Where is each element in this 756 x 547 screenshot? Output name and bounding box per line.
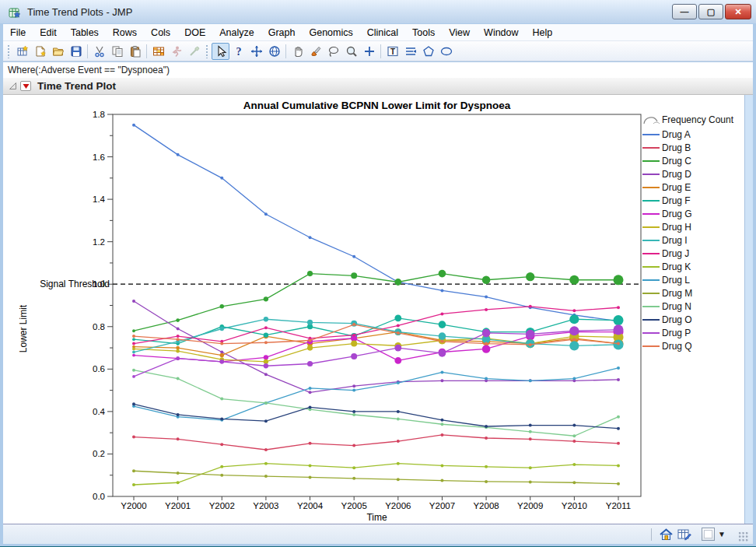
menu-edit[interactable]: Edit — [33, 25, 64, 40]
open-icon[interactable] — [49, 43, 67, 60]
close-button[interactable]: ✕ — [725, 4, 751, 19]
new-journal-icon[interactable] — [31, 43, 49, 60]
series-drug-m[interactable] — [132, 469, 620, 485]
paste-icon[interactable] — [126, 43, 144, 60]
color-swatch-button[interactable] — [702, 528, 715, 541]
legend-item-drug-k[interactable]: Drug K — [642, 260, 742, 273]
legend-item-drug-d[interactable]: Drug D — [642, 167, 742, 181]
menu-genomics[interactable]: Genomics — [302, 25, 359, 40]
menu-tools[interactable]: Tools — [405, 25, 442, 40]
copy-icon[interactable] — [108, 43, 126, 60]
legend-item-drug-f[interactable]: Drug F — [642, 194, 742, 207]
series-drug-a[interactable] — [132, 124, 620, 323]
save-icon[interactable] — [67, 43, 85, 60]
menu-doe[interactable]: DOE — [177, 25, 212, 40]
menu-tables[interactable]: Tables — [64, 25, 106, 40]
series-drug-n[interactable] — [132, 369, 620, 438]
toolbar-separator — [380, 44, 381, 58]
crosshair-icon[interactable] — [360, 43, 378, 60]
legend-label: Drug B — [662, 142, 691, 153]
menu-graph[interactable]: Graph — [261, 25, 303, 40]
series-drug-l[interactable] — [132, 366, 620, 422]
legend-swatch — [642, 174, 660, 175]
legend-item-drug-m[interactable]: Drug M — [642, 286, 742, 300]
minimize-button[interactable]: — — [672, 4, 697, 19]
arrow-icon[interactable] — [212, 43, 229, 60]
brush-icon[interactable] — [306, 43, 324, 60]
annotate-lines-icon[interactable] — [401, 43, 419, 60]
time-trend-chart[interactable]: Annual Cumulative BCPNN Lower Limit for … — [3, 95, 653, 524]
menu-analyze[interactable]: Analyze — [212, 25, 261, 40]
menu-file[interactable]: File — [3, 25, 33, 40]
menu-help[interactable]: Help — [526, 25, 560, 40]
home-button[interactable] — [658, 528, 674, 542]
menu-bar: FileEditTablesRowsColsDOEAnalyzeGraphGen… — [3, 24, 753, 41]
y-tick-label: 0.2 — [93, 449, 105, 458]
legend-swatch — [642, 187, 660, 188]
series-drug-c[interactable] — [132, 270, 623, 332]
svg-text:?: ? — [236, 46, 241, 58]
toolbar-drag-handle[interactable] — [205, 44, 209, 58]
title-bar[interactable]: Time Trend Plots - JMP — ▢ ✕ — [0, 0, 756, 23]
series-drug-h[interactable] — [132, 331, 623, 364]
menu-clinical[interactable]: Clinical — [360, 25, 405, 40]
help-icon[interactable]: ? — [229, 43, 247, 60]
magnifier-icon[interactable] — [342, 43, 360, 60]
legend-item-drug-g[interactable]: Drug G — [642, 207, 742, 220]
toolbar-drag-handle[interactable] — [7, 44, 11, 58]
series-drug-o[interactable] — [132, 402, 620, 430]
red-triangle-menu-button[interactable] — [20, 81, 31, 91]
legend-swatch — [642, 253, 660, 254]
window-manager-button[interactable] — [677, 528, 692, 542]
resize-grip[interactable] — [738, 531, 748, 542]
legend-item-drug-c[interactable]: Drug C — [642, 154, 742, 167]
disclosure-triangle-icon[interactable] — [9, 79, 17, 93]
legend-label: Drug K — [662, 261, 691, 272]
legend-swatch — [642, 293, 660, 294]
legend-item-drug-o[interactable]: Drug O — [642, 313, 742, 326]
series-drug-j[interactable] — [132, 305, 620, 345]
annotate-polygon-icon[interactable] — [419, 43, 437, 60]
where-text: Where(:Adverse Event == "Dyspnoea") — [8, 65, 170, 75]
menu-cols[interactable]: Cols — [144, 25, 177, 40]
legend-item-drug-q[interactable]: Drug Q — [642, 339, 742, 352]
y-tick-label: 1.2 — [93, 237, 105, 247]
new-data-table-icon[interactable] — [13, 43, 31, 60]
menu-rows[interactable]: Rows — [106, 25, 144, 40]
toolbar-separator — [146, 44, 147, 58]
series-drug-b[interactable] — [132, 433, 620, 451]
x-tick-label: Y2003 — [253, 501, 278, 510]
annotate-text-icon[interactable]: T — [383, 43, 401, 60]
outline-header: Time Trend Plot — [3, 78, 753, 95]
legend-swatch — [642, 147, 660, 149]
swatch-dropdown-button[interactable]: ▼ — [718, 530, 726, 538]
legend-item-drug-a[interactable]: Drug A — [642, 128, 742, 141]
legend-item-drug-e[interactable]: Drug E — [642, 181, 742, 194]
data-grid-icon[interactable] — [149, 43, 167, 60]
legend-item-drug-l[interactable]: Drug L — [642, 273, 742, 286]
menu-view[interactable]: View — [442, 25, 477, 40]
maximize-button[interactable]: ▢ — [698, 4, 723, 19]
legend-item-drug-p[interactable]: Drug P — [642, 326, 742, 339]
move-icon[interactable] — [247, 43, 265, 60]
globe-icon[interactable] — [265, 43, 283, 60]
legend-swatch — [642, 240, 660, 241]
legend-label: Drug I — [662, 235, 688, 246]
legend-item-drug-i[interactable]: Drug I — [642, 233, 742, 247]
grabber-icon[interactable] — [289, 43, 306, 60]
annotate-oval-icon[interactable] — [437, 43, 455, 60]
menu-window[interactable]: Window — [477, 25, 525, 40]
legend-item-drug-h[interactable]: Drug H — [642, 220, 742, 233]
legend-label: Drug E — [662, 182, 691, 193]
cut-icon[interactable] — [90, 43, 108, 60]
legend-swatch — [642, 200, 660, 202]
script-tools-icon[interactable] — [185, 43, 203, 60]
legend-label: Drug O — [662, 314, 692, 325]
legend-item-drug-n[interactable]: Drug N — [642, 300, 742, 313]
chart-title: Annual Cumulative BCPNN Lower Limit for … — [243, 100, 511, 111]
lasso-icon[interactable] — [324, 43, 342, 60]
x-axis-label: Time — [366, 512, 387, 523]
legend-item-drug-j[interactable]: Drug J — [642, 247, 742, 260]
legend-item-drug-b[interactable]: Drug B — [642, 141, 742, 154]
run-script-icon[interactable] — [167, 43, 185, 60]
